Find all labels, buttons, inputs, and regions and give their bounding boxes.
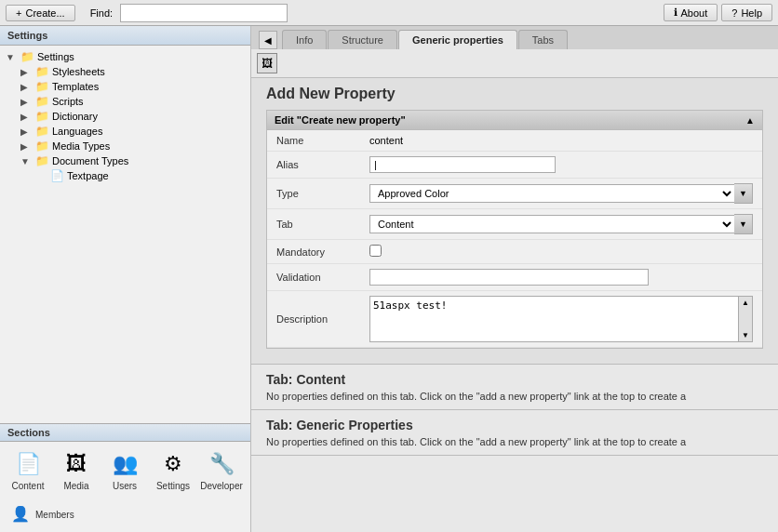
tab-content-title: Tab: Content xyxy=(266,372,763,387)
section-members[interactable]: 👤 Members xyxy=(7,500,76,526)
tree-label-templates: Templates xyxy=(52,81,99,92)
media-icon: 🖼 xyxy=(61,449,91,479)
tab-generic-description: No properties defined on this tab. Click… xyxy=(266,436,763,447)
tab-info-label: Info xyxy=(296,34,313,46)
tab-select-arrow[interactable]: ▼ xyxy=(734,214,753,234)
find-input[interactable] xyxy=(120,4,288,22)
expand-icon-stylesheets: ▶ xyxy=(20,67,35,77)
tab-label: Tab xyxy=(267,209,360,240)
about-button[interactable]: ℹ About xyxy=(664,4,718,21)
edit-section-collapse-icon[interactable]: ▲ xyxy=(745,115,755,126)
find-label: Find: xyxy=(90,7,113,19)
tab-content-description: No properties defined on this tab. Click… xyxy=(266,391,763,402)
tabs-bar: ◀ Info Structure Generic properties Tabs xyxy=(251,26,778,49)
folder-icon-settings: 📁 xyxy=(20,50,34,63)
section-developer-label: Developer xyxy=(200,481,243,491)
description-wrap: 51aspx test! ▲ ▼ xyxy=(369,296,753,342)
form-row-name: Name content xyxy=(267,130,762,152)
folder-icon-languages: 📁 xyxy=(35,125,49,138)
about-icon: ℹ xyxy=(674,7,677,19)
main-layout: Settings ▼ 📁 Settings ▶ 📁 Stylesheets ▶ … xyxy=(0,26,778,532)
help-icon: ? xyxy=(731,7,737,19)
alias-input[interactable] xyxy=(369,156,556,173)
tree-label-stylesheets: Stylesheets xyxy=(52,66,105,77)
tree-item-scripts[interactable]: ▶ 📁 Scripts xyxy=(19,94,247,109)
alias-label: Alias xyxy=(267,152,360,179)
toolbar: + Create... Find: ℹ About ? Help xyxy=(0,0,778,26)
type-select-arrow[interactable]: ▼ xyxy=(734,183,753,204)
developer-icon: 🔧 xyxy=(207,449,236,479)
section-media-label: Media xyxy=(63,481,88,491)
section-users-label: Users xyxy=(113,481,137,491)
folder-icon-stylesheets: 📁 xyxy=(35,65,49,78)
about-label: About xyxy=(681,7,708,19)
type-label: Type xyxy=(267,179,360,209)
form-row-description: Description 51aspx test! ▲ ▼ xyxy=(267,291,762,348)
scroll-up-icon[interactable]: ▲ xyxy=(739,297,752,309)
users-icon: 👥 xyxy=(110,449,140,479)
folder-icon-scripts: 📁 xyxy=(35,95,49,108)
tree-item-dictionary[interactable]: ▶ 📁 Dictionary xyxy=(19,109,247,124)
tree-item-stylesheets[interactable]: ▶ 📁 Stylesheets xyxy=(19,64,247,79)
description-value-cell: 51aspx test! ▲ ▼ xyxy=(360,291,762,348)
tree-item-document-types[interactable]: ▼ 📁 Document Types xyxy=(19,153,247,168)
mandatory-checkbox[interactable] xyxy=(369,245,382,257)
tree-item-languages[interactable]: ▶ 📁 Languages xyxy=(19,124,247,139)
sections-panel: Sections 📄 Content 🖼 Media 👥 Users ⚙ Set… xyxy=(0,423,250,532)
tab-generic-properties-section: Tab: Generic Properties No properties de… xyxy=(251,410,778,456)
form-row-tab: Tab Content ▼ xyxy=(267,209,762,240)
tree-label-languages: Languages xyxy=(52,126,102,137)
mandatory-value-cell xyxy=(360,240,762,264)
alias-value-cell xyxy=(360,152,762,179)
panel-img-button[interactable]: 🖼 xyxy=(257,53,277,73)
description-textarea[interactable]: 51aspx test! xyxy=(369,296,738,342)
members-label: Members xyxy=(35,510,74,520)
tree-item-media-types[interactable]: ▶ 📁 Media Types xyxy=(19,139,247,153)
tab-generic-title: Tab: Generic Properties xyxy=(266,418,763,432)
tree-item-templates[interactable]: ▶ 📁 Templates xyxy=(19,79,247,94)
edit-section: Edit "Create new property" ▲ Name conten… xyxy=(266,110,763,349)
expand-icon-languages: ▶ xyxy=(20,126,35,137)
expand-icon-media-types: ▶ xyxy=(20,141,35,152)
tab-structure[interactable]: Structure xyxy=(328,30,397,49)
content-area: ◀ Info Structure Generic properties Tabs… xyxy=(251,26,778,532)
tab-info[interactable]: Info xyxy=(282,30,327,49)
tree-item-settings[interactable]: ▼ 📁 Settings xyxy=(4,49,247,64)
content-icon: 📄 xyxy=(13,449,43,479)
tree-area: ▼ 📁 Settings ▶ 📁 Stylesheets ▶ 📁 Templat… xyxy=(0,46,250,423)
help-button[interactable]: ? Help xyxy=(721,4,772,21)
tab-select-wrap: Content ▼ xyxy=(369,214,753,234)
section-media[interactable]: 🖼 Media xyxy=(52,447,101,493)
expand-icon-scripts: ▶ xyxy=(20,97,35,107)
create-button[interactable]: + Create... xyxy=(6,5,75,21)
tab-tabs[interactable]: Tabs xyxy=(518,30,568,49)
name-text: content xyxy=(369,135,403,146)
section-developer[interactable]: 🔧 Developer xyxy=(197,447,246,493)
add-new-property-title: Add New Property xyxy=(266,86,763,102)
form-table: Name content Alias Type xyxy=(267,130,762,348)
sidebar: Settings ▼ 📁 Settings ▶ 📁 Stylesheets ▶ … xyxy=(0,26,251,532)
tree-label-textpage: Textpage xyxy=(67,170,109,181)
folder-icon-templates: 📁 xyxy=(35,80,49,93)
edit-section-title: Edit "Create new property" xyxy=(275,114,406,126)
create-icon: + xyxy=(16,7,21,19)
tree-item-textpage[interactable]: 📄 Textpage xyxy=(34,168,247,183)
validation-input[interactable] xyxy=(369,269,649,286)
tree-children-settings: ▶ 📁 Stylesheets ▶ 📁 Templates ▶ 📁 Script… xyxy=(19,64,247,183)
section-settings[interactable]: ⚙ Settings xyxy=(149,447,197,493)
section-content[interactable]: 📄 Content xyxy=(4,447,52,493)
tree-label-document-types: Document Types xyxy=(52,155,128,166)
form-row-validation: Validation xyxy=(267,264,762,291)
panel-img-icon: 🖼 xyxy=(262,57,273,70)
tab-generic-properties[interactable]: Generic properties xyxy=(398,30,517,49)
name-value: content xyxy=(360,130,762,152)
section-users[interactable]: 👥 Users xyxy=(101,447,149,493)
scroll-down-icon[interactable]: ▼ xyxy=(739,329,752,341)
toolbar-right: ℹ About ? Help xyxy=(664,4,773,21)
sections-header: Sections xyxy=(0,424,250,442)
collapse-button[interactable]: ◀ xyxy=(259,31,277,49)
type-select[interactable]: Approved Color xyxy=(369,184,734,203)
tree-label-settings: Settings xyxy=(37,51,74,62)
validation-label: Validation xyxy=(267,264,360,291)
tab-select[interactable]: Content xyxy=(369,215,734,233)
